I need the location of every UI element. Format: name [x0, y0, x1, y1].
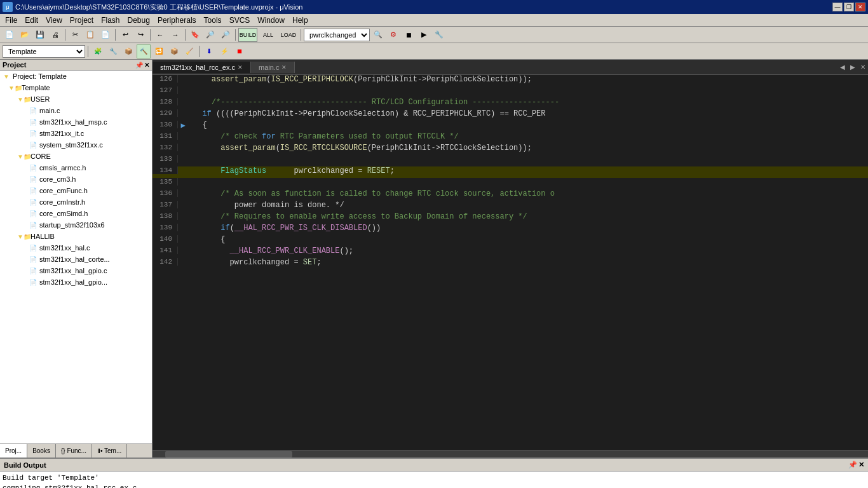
line-code[interactable]: if(__HAL_RCC_PWR_IS_CLK_DISABLED()) — [188, 224, 868, 233]
paste-btn[interactable]: 📄 — [98, 28, 112, 42]
tree-item-startup[interactable]: 📄startup_stm32f103x6 — [0, 219, 152, 231]
nav-fwd-btn[interactable]: → — [168, 28, 182, 42]
menu-item-flash[interactable]: Flash — [97, 15, 123, 26]
rebuild-btn[interactable]: ALL — [259, 28, 278, 42]
search2-btn[interactable]: 🔎 — [219, 28, 233, 42]
new-file-btn[interactable]: 📄 — [3, 28, 17, 42]
cut-btn[interactable]: ✂ — [68, 28, 82, 42]
tree-item-user-folder[interactable]: ▼📁USER — [0, 93, 152, 105]
tree-item-cmsis-armcc[interactable]: 📄cmsis_armcc.h — [0, 162, 152, 173]
save-btn[interactable]: 💾 — [33, 28, 47, 42]
tree-item-core-cmfunc[interactable]: 📄core_cmFunc.h — [0, 185, 152, 196]
menu-item-help[interactable]: Help — [288, 15, 312, 26]
debug-stop-btn[interactable]: ⏹ — [402, 28, 416, 42]
minimize-button[interactable]: — — [832, 3, 843, 11]
debug-start-btn[interactable]: ⚙ — [386, 28, 400, 42]
tree-item-hal-cortex[interactable]: 📄stm32f1xx_hal_corte... — [0, 254, 152, 265]
settings-btn[interactable]: 🔧 — [432, 28, 446, 42]
line-code[interactable]: FlagStatus pwrclkchanged = RESET; — [188, 166, 868, 175]
scroll-track[interactable] — [153, 451, 868, 458]
open-btn[interactable]: 📂 — [18, 28, 32, 42]
tree-item-template-root[interactable]: ▼📁Template — [0, 82, 152, 93]
horizontal-scrollbar[interactable] — [153, 450, 868, 458]
translate-btn[interactable]: LOAD — [279, 28, 298, 42]
target-options-btn[interactable]: 🔧 — [106, 44, 120, 58]
tree-item-system[interactable]: 📄system_stm32f1xx.c — [0, 139, 152, 151]
copy-btn[interactable]: 📋 — [83, 28, 97, 42]
tree-item-project-root[interactable]: ▼Project: Template — [0, 71, 152, 82]
tree-item-core-cmsimd[interactable]: 📄core_cmSimd.h — [0, 208, 152, 219]
download-btn[interactable]: ⬇ — [202, 44, 216, 58]
bookmark-btn[interactable]: 🔖 — [188, 28, 202, 42]
menu-item-view[interactable]: View — [42, 15, 66, 26]
line-code[interactable]: pwrclkchanged = SET; — [188, 258, 868, 267]
line-code[interactable]: if ((((PeriphClkInit->PeriphClockSelecti… — [188, 109, 868, 118]
menu-item-tools[interactable]: Tools — [200, 15, 226, 26]
editor-tab-main[interactable]: main.c ✕ — [251, 62, 295, 73]
sidebar-tab-project[interactable]: Proj... — [0, 444, 27, 458]
menu-item-svcs[interactable]: SVCS — [226, 15, 254, 26]
editor-tab-rcc-ex[interactable]: stm32f1xx_hal_rcc_ex.c ✕ — [153, 62, 251, 73]
build-close-btn[interactable]: ✕ — [858, 461, 864, 469]
tree-item-core-folder[interactable]: ▼📁CORE — [0, 151, 152, 162]
tree-item-hal-rcc-more[interactable]: 📄stm32f1xx_hal_gpio... — [0, 276, 152, 288]
code-content[interactable]: 126 assert_param(IS_RCC_PERIPHCLOCK(Peri… — [153, 75, 868, 450]
tree-item-hal-it[interactable]: 📄stm32f1xx_it.c — [0, 128, 152, 139]
sidebar-tab-funcs[interactable]: {} Func... — [56, 444, 92, 458]
sidebar-tab-books[interactable]: Books — [27, 444, 56, 458]
tree-item-hal-gpio[interactable]: 📄stm32f1xx_hal_gpio.c — [0, 265, 152, 276]
manage-run-time-btn[interactable]: 🧩 — [91, 44, 105, 58]
line-code[interactable]: /* Requires to enable write access to Ba… — [188, 212, 868, 221]
tree-item-core-cminstr[interactable]: 📄core_cmInstr.h — [0, 196, 152, 208]
line-code[interactable]: assert_param(IS_RCC_RTCCLKSOURCE(PeriphC… — [188, 144, 868, 152]
print-btn[interactable]: 🖨 — [48, 28, 62, 42]
batch-build-btn[interactable]: 📦 — [167, 44, 181, 58]
watch-dropdown[interactable]: pwrclkchanged — [304, 29, 370, 41]
line-code[interactable]: { — [188, 235, 868, 244]
editor-close-btn[interactable]: ✕ — [858, 64, 868, 71]
line-code[interactable]: /* check for RTC Parameters used to outp… — [188, 132, 868, 141]
menu-item-file[interactable]: File — [1, 15, 21, 26]
menu-item-edit[interactable]: Edit — [21, 15, 42, 26]
sidebar-tab-templates[interactable]: Ⅱ• Tem... — [92, 444, 127, 458]
line-code[interactable]: { — [188, 121, 868, 130]
build-target-btn[interactable]: BUILD — [238, 28, 257, 42]
incremental-build-btn[interactable]: ⚡ — [217, 44, 231, 58]
rebuild-all-btn[interactable]: 🔁 — [152, 44, 166, 58]
search-btn[interactable]: 🔎 — [203, 28, 217, 42]
line-code[interactable]: /* As soon as function is called to chan… — [188, 189, 868, 198]
line-code[interactable]: __HAL_RCC_PWR_CLK_ENABLE(); — [188, 247, 868, 255]
stop-build-btn[interactable]: ⏹ — [233, 44, 247, 58]
scroll-thumb[interactable] — [165, 451, 292, 458]
line-code[interactable]: assert_param(IS_RCC_PERIPHCLOCK(PeriphCl… — [188, 75, 868, 84]
menu-item-peripherals[interactable]: Peripherals — [154, 15, 200, 26]
debug-run-btn[interactable]: ▶ — [417, 28, 431, 42]
line-code[interactable]: /*-------------------------------- RTC/L… — [188, 98, 868, 107]
tree-item-hallib-folder[interactable]: ▼📁HALLIB — [0, 231, 152, 242]
clean-btn[interactable]: 🧹 — [182, 44, 196, 58]
redo-btn[interactable]: ↪ — [133, 28, 147, 42]
restore-button[interactable]: ❐ — [844, 3, 854, 11]
rcc-ex-tab-close[interactable]: ✕ — [238, 64, 243, 71]
editor-scroll-right[interactable]: ▶ — [848, 64, 858, 71]
tree-item-hal-c[interactable]: 📄stm32f1xx_hal.c — [0, 242, 152, 254]
target-dropdown[interactable]: Template — [3, 45, 85, 58]
tree-item-core-cm3[interactable]: 📄core_cm3.h — [0, 173, 152, 185]
editor-scroll-left[interactable]: ◀ — [837, 64, 848, 71]
panel-close-btn[interactable]: ✕ — [144, 62, 149, 69]
panel-pin-btn[interactable]: 📌 — [135, 62, 143, 69]
build-btn[interactable]: 🔨 — [137, 44, 151, 58]
tree-item-hal-msp[interactable]: 📄stm32f1xx_hal_msp.c — [0, 116, 152, 128]
line-code[interactable]: power domain is done. */ — [188, 201, 868, 210]
menu-item-project[interactable]: Project — [66, 15, 97, 26]
tree-item-main-c[interactable]: 📄main.c — [0, 105, 152, 116]
manage-extensions-btn[interactable]: 📦 — [121, 44, 135, 58]
undo-btn[interactable]: ↩ — [118, 28, 132, 42]
main-tab-close[interactable]: ✕ — [281, 64, 287, 71]
build-pin-btn[interactable]: 📌 — [848, 461, 857, 469]
watch-add-btn[interactable]: 🔍 — [371, 28, 385, 42]
close-button[interactable]: ✕ — [855, 3, 865, 11]
nav-back-btn[interactable]: ← — [153, 28, 167, 42]
menu-item-window[interactable]: Window — [254, 15, 288, 26]
menu-item-debug[interactable]: Debug — [124, 15, 154, 26]
